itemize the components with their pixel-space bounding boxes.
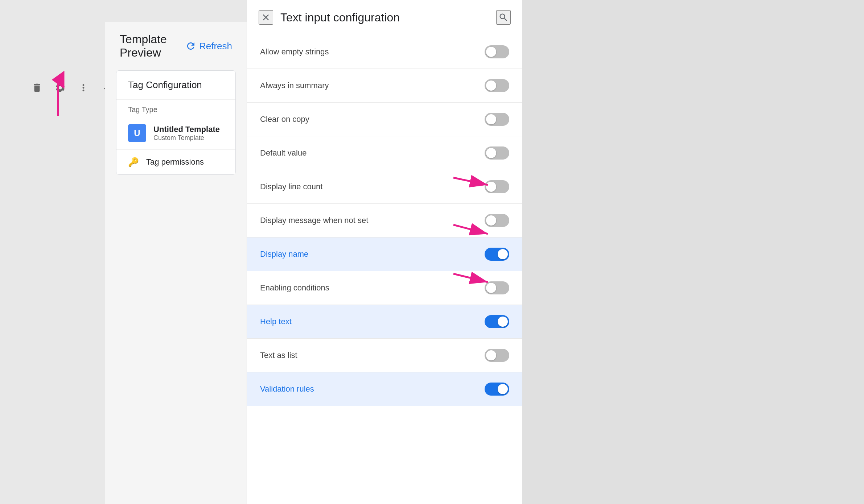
toolbar [29,80,115,96]
config-item-display-message-when-not-set: Display message when not set [247,204,522,237]
delete-button[interactable] [29,80,45,96]
config-item-clear-on-copy: Clear on copy [247,103,522,136]
config-panel: Text input configuration Allow empty str… [247,0,522,504]
toggle-enabling-conditions[interactable] [485,281,509,294]
refresh-icon [185,41,196,51]
config-item-label-help-text: Help text [260,317,292,326]
config-item-enabling-conditions: Enabling conditions [247,271,522,305]
config-item-label-validation-rules: Validation rules [260,384,314,394]
search-button[interactable] [496,10,511,25]
config-item-label-display-line-count: Display line count [260,182,322,191]
config-header: Text input configuration [247,0,522,35]
config-item-help-text: Help text [247,305,522,339]
tag-permissions-item[interactable]: 🔑 Tag permissions [116,150,235,174]
template-preview-panel: Template Preview Refresh Tag Configurati… [105,22,247,504]
config-item-label-always-in-summary: Always in summary [260,81,329,90]
config-item-label-clear-on-copy: Clear on copy [260,115,309,124]
config-item-display-name: Display name [247,237,522,271]
config-list: Allow empty stringsAlways in summaryClea… [247,35,522,504]
toggle-display-name[interactable] [485,248,509,261]
more-vert-icon [78,82,89,93]
toggle-display-message-when-not-set[interactable] [485,214,509,227]
untitled-template-item[interactable]: U Untitled Template Custom Template [116,117,235,150]
search-icon [498,12,509,22]
close-icon [261,12,271,22]
more-options-button[interactable] [75,80,91,96]
toggle-always-in-summary[interactable] [485,79,509,92]
config-item-validation-rules: Validation rules [247,372,522,406]
config-item-label-allow-empty-strings: Allow empty strings [260,47,329,57]
tag-config-section: Tag Configuration Tag Type U Untitled Te… [116,70,236,175]
config-title: Text input configuration [280,11,489,24]
config-item-display-line-count: Display line count [247,170,522,204]
config-item-label-display-message-when-not-set: Display message when not set [260,216,368,225]
template-preview-header: Template Preview Refresh [105,22,247,67]
toggle-text-as-list[interactable] [485,349,509,362]
config-item-label-default-value: Default value [260,148,306,158]
toggle-default-value[interactable] [485,146,509,160]
trash-icon [32,82,42,93]
key-icon: 🔑 [128,157,139,167]
refresh-button[interactable]: Refresh [185,41,232,52]
tag-type-label: Tag Type [116,100,235,117]
refresh-label: Refresh [199,41,232,52]
tag-name: Untitled Template [153,125,220,134]
toggle-display-line-count[interactable] [485,180,509,193]
left-panel: Template Preview Refresh Tag Configurati… [0,0,247,504]
tag-icon: U [128,124,146,142]
template-preview-title: Template Preview [120,33,178,59]
config-item-default-value: Default value [247,136,522,170]
toggle-help-text[interactable] [485,315,509,328]
config-item-allow-empty-strings: Allow empty strings [247,35,522,69]
config-item-label-display-name: Display name [260,249,308,259]
tag-item-info: Untitled Template Custom Template [153,125,220,142]
config-item-label-enabling-conditions: Enabling conditions [260,283,329,293]
tag-config-header: Tag Configuration [116,71,235,100]
config-item-text-as-list: Text as list [247,339,522,372]
close-button[interactable] [259,10,273,25]
gear-icon [55,82,66,93]
tag-type: Custom Template [153,134,220,142]
toggle-validation-rules[interactable] [485,383,509,396]
settings-button[interactable] [52,80,68,96]
config-item-label-text-as-list: Text as list [260,351,297,360]
toggle-allow-empty-strings[interactable] [485,45,509,58]
toggle-clear-on-copy[interactable] [485,113,509,126]
config-item-always-in-summary: Always in summary [247,69,522,103]
tag-permissions-label: Tag permissions [146,157,204,167]
